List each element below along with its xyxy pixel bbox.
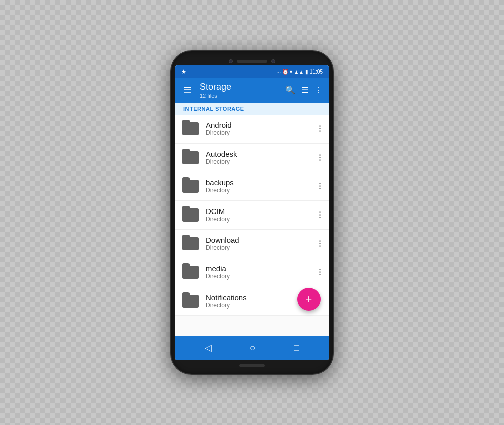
file-type: Directory bbox=[206, 216, 311, 223]
fab-add-button[interactable]: + bbox=[297, 288, 321, 311]
back-button[interactable]: ◁ bbox=[197, 338, 220, 358]
file-info-media: media Directory bbox=[206, 264, 311, 280]
file-menu-autodesk[interactable] bbox=[317, 152, 323, 163]
fab-plus-icon: + bbox=[306, 293, 312, 306]
file-name: DCIM bbox=[206, 207, 311, 216]
file-menu-dcim[interactable] bbox=[317, 209, 323, 220]
phone-device: ★ ∽ ⏰ ▾ ▲▲ ▮ 11:05 ☰ Storage 12 files 🔍 … bbox=[171, 51, 333, 374]
status-bar: ★ ∽ ⏰ ▾ ▲▲ ▮ 11:05 bbox=[175, 65, 329, 78]
file-type: Directory bbox=[206, 187, 311, 194]
file-item-download[interactable]: Download Directory bbox=[175, 230, 329, 258]
app-title: Storage bbox=[200, 82, 281, 93]
status-bar-left: ★ bbox=[181, 68, 186, 75]
file-type: Directory bbox=[206, 273, 311, 280]
folder-icon bbox=[181, 149, 200, 167]
file-type: Directory bbox=[206, 302, 293, 309]
folder-icon bbox=[181, 206, 200, 224]
app-bar-actions: 🔍 ☰ ⋮ bbox=[285, 85, 323, 95]
file-name: Autodesk bbox=[206, 150, 311, 158]
file-type: Directory bbox=[206, 244, 311, 251]
section-header: INTERNAL STORAGE bbox=[175, 103, 329, 115]
file-item-dcim[interactable]: DCIM Directory bbox=[175, 201, 329, 230]
more-options-button[interactable]: ⋮ bbox=[314, 85, 323, 95]
wifi-icon: ▾ bbox=[290, 69, 292, 75]
time-display: 11:05 bbox=[310, 69, 323, 75]
folder-icon bbox=[181, 263, 200, 281]
file-info-backups: backups Directory bbox=[206, 178, 311, 194]
file-item-android[interactable]: Android Directory bbox=[175, 115, 329, 144]
app-bar-title-section: Storage 12 files bbox=[200, 82, 281, 99]
recent-apps-button[interactable]: □ bbox=[286, 339, 307, 358]
phone-top-bar bbox=[175, 56, 329, 65]
file-item-autodesk[interactable]: Autodesk Directory bbox=[175, 144, 329, 172]
bottom-nav: ◁ ○ □ bbox=[175, 336, 329, 360]
battery-icon: ▮ bbox=[305, 69, 308, 75]
status-bar-right: ∽ ⏰ ▾ ▲▲ ▮ 11:05 bbox=[277, 69, 323, 75]
alarm-icon: ⏰ bbox=[282, 69, 288, 75]
search-button[interactable]: 🔍 bbox=[285, 85, 295, 95]
file-menu-download[interactable] bbox=[317, 238, 323, 249]
folder-shape bbox=[182, 180, 199, 193]
phone-camera bbox=[229, 59, 233, 63]
file-info-android: Android Directory bbox=[206, 121, 311, 136]
folder-shape bbox=[182, 208, 199, 222]
file-type: Directory bbox=[206, 158, 311, 165]
file-name: media bbox=[206, 264, 311, 273]
file-name: Android bbox=[206, 121, 311, 129]
file-info-autodesk: Autodesk Directory bbox=[206, 150, 311, 165]
file-item-backups[interactable]: backups Directory bbox=[175, 172, 329, 201]
folder-shape bbox=[182, 237, 199, 250]
folder-shape bbox=[182, 151, 199, 164]
folder-shape bbox=[182, 295, 199, 308]
file-type: Directory bbox=[206, 129, 311, 136]
phone-speaker bbox=[237, 60, 267, 63]
phone-bottom-bar bbox=[175, 360, 329, 369]
file-menu-backups[interactable] bbox=[317, 181, 323, 191]
phone-screen: ★ ∽ ⏰ ▾ ▲▲ ▮ 11:05 ☰ Storage 12 files 🔍 … bbox=[175, 65, 329, 360]
folder-icon bbox=[181, 120, 200, 138]
folder-icon bbox=[181, 292, 200, 310]
file-name: Notifications bbox=[206, 293, 293, 302]
file-menu-android[interactable] bbox=[317, 123, 323, 134]
home-button[interactable]: ○ bbox=[242, 339, 264, 358]
signal-icon: ▲▲ bbox=[294, 69, 304, 75]
folder-shape bbox=[182, 266, 199, 279]
file-info-notifications: Notifications Directory bbox=[206, 293, 293, 309]
phone-sensor bbox=[271, 59, 275, 63]
app-subtitle: 12 files bbox=[200, 93, 281, 99]
menu-button[interactable]: ☰ bbox=[181, 85, 194, 96]
file-info-dcim: DCIM Directory bbox=[206, 207, 311, 223]
folder-icon bbox=[181, 235, 200, 253]
file-item-media[interactable]: media Directory bbox=[175, 258, 329, 287]
folder-icon bbox=[181, 177, 200, 195]
file-name: Download bbox=[206, 236, 311, 244]
bluetooth-icon: ∽ bbox=[277, 69, 281, 75]
folder-shape bbox=[182, 122, 199, 135]
file-menu-media[interactable] bbox=[317, 267, 323, 277]
file-list[interactable]: Android Directory Autodesk Directory bbox=[175, 115, 329, 336]
app-bar: ☰ Storage 12 files 🔍 ☰ ⋮ bbox=[175, 78, 329, 103]
phone-home-indicator bbox=[239, 364, 265, 367]
notification-icon: ★ bbox=[181, 68, 186, 75]
file-info-download: Download Directory bbox=[206, 236, 311, 251]
file-name: backups bbox=[206, 178, 311, 187]
filter-button[interactable]: ☰ bbox=[301, 85, 308, 95]
